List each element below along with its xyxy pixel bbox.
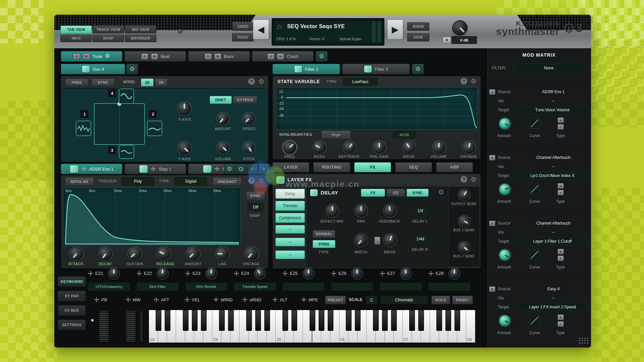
piano-black-key[interactable]	[282, 310, 288, 331]
mod-curve-button[interactable]	[529, 315, 540, 326]
mod-type-plus-button[interactable]: +	[557, 255, 564, 261]
env-next-button[interactable]: >	[258, 164, 269, 174]
aux-ribbon[interactable]	[140, 310, 143, 343]
fx-section-tab[interactable]: FX	[354, 162, 391, 172]
insert-slot-delay[interactable]: Delay	[275, 189, 305, 199]
gear-icon[interactable]: ⚙	[471, 176, 477, 183]
ez3-knob[interactable]	[206, 268, 217, 279]
drag-handle-icon[interactable]	[94, 297, 99, 302]
piano-black-key[interactable]	[328, 310, 333, 331]
piano-black-key[interactable]	[192, 310, 198, 331]
piano-black-key[interactable]	[391, 310, 397, 331]
piano-black-key[interactable]	[255, 310, 261, 331]
piano-black-key[interactable]	[156, 310, 161, 331]
insert-slot-empty[interactable]: --	[275, 225, 305, 234]
panic-button[interactable]: PANIC!	[452, 296, 473, 304]
prev-preset-button[interactable]: ◀	[253, 19, 269, 40]
piano-black-key[interactable]	[291, 310, 297, 331]
effect-mix-knob[interactable]	[326, 204, 339, 217]
piano-black-key[interactable]	[373, 310, 379, 331]
delay-r-value[interactable]: 1/4d	[411, 235, 429, 243]
source-value[interactable]: ADSR Env 1	[520, 89, 587, 94]
insert-slot-compressor[interactable]: Compressor	[275, 213, 305, 223]
mute-button[interactable]: M	[151, 53, 158, 60]
via-value[interactable]: --	[520, 99, 587, 103]
routing-section-tab[interactable]: ROUTING	[313, 162, 350, 172]
attack-knob[interactable]	[70, 247, 83, 260]
env-sync-value[interactable]: Off	[248, 203, 264, 212]
ez8-assignment[interactable]	[428, 282, 471, 291]
undo-button[interactable]: UNDO	[232, 22, 254, 31]
piano-black-key[interactable]	[183, 310, 189, 331]
decay-knob[interactable]	[99, 247, 112, 260]
solo-button[interactable]: S	[205, 53, 212, 60]
mod-amount-knob[interactable]	[499, 315, 511, 326]
drag-handle-icon[interactable]	[214, 166, 220, 172]
wave3-thumbnail[interactable]	[119, 145, 134, 159]
master-db-readout[interactable]: 0 dB	[451, 36, 477, 44]
filter-gear-button[interactable]: ⚙	[412, 64, 424, 74]
randomize-button[interactable]: RNDM	[407, 22, 429, 31]
normal-mode-button[interactable]: NORMAL	[313, 230, 335, 238]
pong-mode-button[interactable]: PONG	[313, 240, 335, 248]
delay-sync-button[interactable]: SYNC	[407, 189, 429, 197]
filter-volume-knob[interactable]	[433, 141, 445, 154]
drag-handle-icon[interactable]	[272, 297, 278, 302]
osc-volume-knob[interactable]	[217, 141, 229, 154]
redo-button[interactable]: REDO	[232, 33, 254, 42]
ez2-assignment[interactable]: Drm Filter	[137, 282, 179, 291]
envelope-graph[interactable]: 0ms 5ms 10ms 15ms 20ms 24ms 29ms	[63, 187, 241, 246]
ez5-assignment[interactable]	[282, 282, 325, 291]
insert-slot-tremolo[interactable]: Tremolo	[275, 201, 305, 211]
layer-section-tab[interactable]: LAYER	[272, 162, 309, 172]
filter-pregain-knob[interactable]	[373, 141, 386, 154]
shop-button[interactable]: SHOP	[93, 34, 124, 42]
mod-curve-button[interactable]	[529, 118, 540, 129]
filter1-tab[interactable]: Filter 1	[272, 64, 340, 74]
drag-handle-icon[interactable]	[151, 166, 156, 172]
drag-handle-icon[interactable]	[282, 271, 288, 276]
piano-keyboard[interactable]: C3C4C5C6C7C8	[149, 310, 476, 343]
wave1-thumbnail[interactable]	[76, 121, 91, 136]
ez1-assignment[interactable]: LFO1Frequency	[88, 282, 130, 291]
wave4-thumbnail[interactable]	[119, 88, 134, 104]
piano-black-key[interactable]	[445, 310, 451, 331]
target-value[interactable]: Layer 1:Filter 1:Cutoff	[517, 237, 588, 245]
info-button[interactable]: INFO	[60, 34, 92, 42]
drag-handle-icon[interactable]	[185, 271, 191, 276]
sustain-knob[interactable]	[128, 247, 142, 260]
piano-black-key[interactable]	[228, 310, 234, 331]
wave2-thumbnail[interactable]	[147, 121, 162, 136]
insert-slot-empty[interactable]: --	[275, 250, 305, 259]
piano-black-key[interactable]	[264, 310, 270, 331]
mix-view-button[interactable]: MIX VIEW	[125, 25, 156, 34]
mod-slot-remove-button[interactable]: X	[489, 221, 495, 226]
layer-tab-tune[interactable]: S M Tune ⚙	[61, 51, 122, 62]
browser-button[interactable]: BROWSER	[125, 34, 156, 42]
track-view-button[interactable]: TRACK VIEW	[93, 25, 124, 34]
layer-tab-beat[interactable]: S M Beat	[124, 51, 186, 62]
env-prev-button[interactable]: <	[247, 164, 258, 174]
filter-vintage-knob[interactable]	[463, 141, 475, 154]
filter-response-graph[interactable]: 12 0 -12 -24 -36	[276, 87, 477, 129]
delay-eq-tab[interactable]: EQ	[386, 189, 405, 197]
piano-white-key[interactable]: C8	[466, 310, 475, 343]
scale-root-value[interactable]: C	[366, 296, 378, 304]
layers-gear-button[interactable]: ⚙	[316, 51, 328, 62]
help-icon[interactable]: ?	[461, 176, 467, 183]
seq-section-tab[interactable]: SEQ	[395, 162, 432, 172]
osc-pitch-knob[interactable]	[243, 141, 255, 154]
drag-handle-icon[interactable]	[184, 297, 190, 302]
acid-button[interactable]: ACID	[393, 131, 416, 138]
mod-type-plus-button[interactable]: +	[557, 124, 564, 130]
master-volume-knob[interactable]	[452, 20, 468, 36]
step1-enable-checkbox[interactable]	[139, 165, 148, 173]
filter2-tab[interactable]: Filter 2	[342, 64, 410, 74]
ez2-knob[interactable]	[157, 268, 168, 279]
help-icon[interactable]: ?	[248, 177, 255, 184]
ez4-assignment[interactable]: Tremolo Speed	[234, 282, 276, 291]
mod-slot-remove-button[interactable]: X	[489, 89, 495, 95]
oneshot-button[interactable]: ONESHOT	[213, 177, 241, 186]
mono-button[interactable]: N	[443, 37, 451, 43]
env-vintage-knob[interactable]	[245, 247, 258, 260]
